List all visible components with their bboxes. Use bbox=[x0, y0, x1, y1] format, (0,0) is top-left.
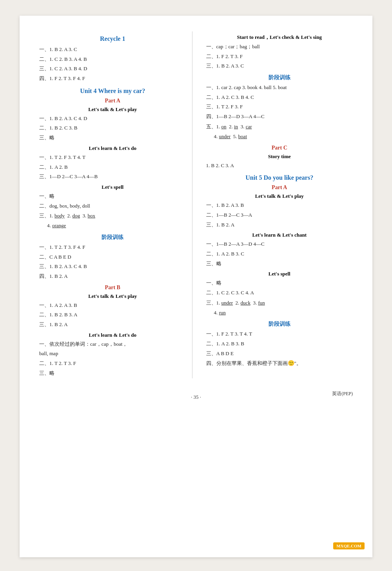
unit4-spell-item4: 4. orange bbox=[47, 221, 186, 231]
unit4-pA-s2-l3: 三、1—D 2—C 3—A 4—B bbox=[39, 172, 186, 182]
spell-word-box: box bbox=[88, 213, 96, 219]
u5-spell-fun: fun bbox=[258, 300, 265, 306]
unit4-pA-s3-l1: 一、略 bbox=[39, 192, 186, 201]
unit4-pB-s1-l3: 三、1. B 2. A bbox=[39, 320, 186, 330]
unit5-partA-sub3: Let's spell bbox=[206, 271, 353, 277]
recycle1-title: Recycle 1 bbox=[39, 35, 186, 42]
unit5-stage-l1: 一、1. F 2. T 3. T 4. T bbox=[206, 329, 353, 339]
unit4-stage-l4: 四、1. B 2. A bbox=[39, 272, 186, 281]
footer-label: 英语(PEP) bbox=[332, 390, 353, 397]
recycle1-line2: 二、1. C 2. B 3. A 4. B bbox=[39, 55, 186, 64]
unit4-pA-s1-l2: 二、1. B 2. C 3. B bbox=[39, 123, 186, 133]
page-number: · 35 · bbox=[39, 394, 353, 400]
stage1-wu: 五、1. on 2. in 3. car bbox=[206, 122, 353, 132]
start-read-section: Start to read，Let's check & Let's sing 一… bbox=[206, 34, 353, 71]
two-column-layout: Recycle 1 一、1. B 2. A 3. C 二、1. C 2. B 3… bbox=[39, 31, 353, 378]
spell-word-orange: orange bbox=[52, 223, 66, 228]
partC-label: Part C bbox=[206, 145, 353, 151]
unit4-title: Unit 4 Where is my car? bbox=[39, 88, 186, 95]
unit5-pA-s3-l2: 二、1. C 2. C 3. C 4. A bbox=[206, 288, 353, 298]
page: Recycle 1 一、1. B 2. A 3. C 二、1. C 2. B 3… bbox=[20, 16, 372, 557]
partC-l1: 1. B 2. C 3. A bbox=[206, 161, 353, 171]
unit5-pA-s1-l1: 一、1. B 2. A 3. B bbox=[206, 201, 353, 210]
unit5-pA-s1-l3: 三、1. B 2. A bbox=[206, 220, 353, 230]
watermark-text: MXQE.COM bbox=[336, 544, 361, 548]
unit4-pA-s3-l2: 二、dog, box, body, doll bbox=[39, 201, 186, 211]
wu-word-boat: boat bbox=[238, 133, 247, 139]
unit4-pB-s1-l2: 二、1. B 2. B 3. A bbox=[39, 310, 186, 320]
spell-word-body: body bbox=[54, 213, 65, 219]
wu-word-under: under bbox=[219, 133, 231, 139]
unit4-section: Unit 4 Where is my car? Part A Let's tal… bbox=[39, 88, 186, 378]
recycle1-line3: 三、1. C 2. A 3. B 4. D bbox=[39, 64, 186, 74]
unit4-partA-sub3: Let's spell bbox=[39, 184, 186, 190]
unit5-stage-l2: 二、1. A 2. B 3. B bbox=[206, 339, 353, 349]
unit5-partA-label: Part A bbox=[206, 184, 353, 191]
unit4-stage-label: 阶段训练 bbox=[39, 234, 186, 241]
stage1-l4: 四、1—B 2—D 3—A 4—C bbox=[206, 112, 353, 122]
unit5-partA-sub1: Let's talk & Let's play bbox=[206, 193, 353, 199]
stage1-section: 阶段训练 一、1. car 2. cap 3. book 4. ball 5. … bbox=[206, 74, 353, 141]
unit4-partA-sub1: Let's talk & Let's play bbox=[39, 106, 186, 113]
unit4-pB-s1-l1: 一、1. A 2. A 3. B bbox=[39, 301, 186, 310]
wu-word-on: on bbox=[221, 124, 227, 130]
unit4-stage-l1: 一、1. T 2. T 3. F 4. F bbox=[39, 243, 186, 252]
stage1-l3: 三、1. T 2. F 3. F bbox=[206, 102, 353, 112]
unit4-pB-s2-l4: 三、略 bbox=[39, 369, 186, 378]
stage1-wu2: 4. under 5. boat bbox=[214, 132, 353, 142]
unit5-stage-label: 阶段训练 bbox=[206, 321, 353, 328]
unit4-spell-items: 三、1. body 2. dog 3. box bbox=[39, 211, 186, 221]
unit4-partB-sub2: Let's learn & Let's do bbox=[39, 332, 186, 338]
unit5-pA-s3-l1: 一、略 bbox=[206, 278, 353, 288]
unit4-stage-l2: 二、C A B E D bbox=[39, 252, 186, 262]
wu-word-in: in bbox=[234, 124, 238, 130]
unit5-stage-l4: 四、分别在苹果、香蕉和橙子下面画🙂"。 bbox=[206, 358, 353, 369]
spell-word-dog: dog bbox=[73, 213, 80, 219]
start-read-l3: 三、1. B 2. A 3. C bbox=[206, 61, 353, 71]
unit5-title: Unit 5 Do you like pears? bbox=[206, 174, 353, 181]
u5-spell-under: under bbox=[221, 300, 233, 306]
recycle1-section: Recycle 1 一、1. B 2. A 3. C 二、1. C 2. B 3… bbox=[39, 35, 186, 84]
wu-word-car: car bbox=[246, 124, 252, 130]
start-read-l1: 一、cap；car；bag；ball bbox=[206, 42, 353, 52]
unit4-pA-s2-l2: 二、1. A 2. B bbox=[39, 162, 186, 172]
unit4-pA-s2-l1: 一、1. T 2. F 3. T 4. T bbox=[39, 153, 186, 162]
unit4-pA-s1-l1: 一、1. B 2. A 3. C 4. D bbox=[39, 114, 186, 124]
unit4-partA-label: Part A bbox=[39, 98, 186, 104]
unit4-pB-s2-l2: ball, map bbox=[39, 349, 186, 359]
partC-sub1: Story time bbox=[206, 153, 353, 160]
left-column: Recycle 1 一、1. B 2. A 3. C 二、1. C 2. B 3… bbox=[39, 31, 192, 378]
unit5-pA-s1-l2: 二、1—B 2—C 3—A bbox=[206, 210, 353, 220]
u5-spell-duck: duck bbox=[241, 300, 250, 306]
watermark: MXQE.COM bbox=[333, 542, 365, 549]
unit5-pA-s2-l3: 三、略 bbox=[206, 259, 353, 269]
recycle1-line1: 一、1. B 2. A 3. C bbox=[39, 45, 186, 55]
unit5-section: Unit 5 Do you like pears? Part A Let's t… bbox=[206, 174, 353, 369]
unit4-partB-sub1: Let's talk & Let's play bbox=[39, 293, 186, 299]
recycle1-line4: 四、1. F 2. T 3. F 4. F bbox=[39, 74, 186, 84]
start-read-l2: 二、1. F 2. T 3. F bbox=[206, 52, 353, 62]
unit5-pA-s2-l1: 一、1—B 2—A 3—D 4—C bbox=[206, 239, 353, 249]
stage1-l1: 一、1. car 2. cap 3. book 4. ball 5. boat bbox=[206, 83, 353, 93]
start-read-title: Start to read，Let's check & Let's sing bbox=[206, 34, 353, 41]
unit4-pB-s2-l1: 一、依次经过的单词：car，cap，boat， bbox=[39, 339, 186, 349]
unit4-pA-s1-l3: 三、略 bbox=[39, 133, 186, 143]
u5-spell-run: run bbox=[219, 310, 226, 316]
unit4-stage-l3: 三、1. B 2. A 3. C 4. B bbox=[39, 262, 186, 272]
unit5-pA-s2-l2: 二、1. A 2. B 3. C bbox=[206, 249, 353, 259]
stage1-label: 阶段训练 bbox=[206, 74, 353, 81]
unit4-partB-label: Part B bbox=[39, 285, 186, 291]
smile-emoji: 🙂 bbox=[288, 358, 294, 369]
unit5-spell-item4: 4. run bbox=[214, 308, 353, 318]
partC-section: Part C Story time 1. B 2. C 3. A bbox=[206, 145, 353, 171]
unit5-spell-items: 三、1. under 2. duck 3. fun bbox=[206, 298, 353, 308]
stage1-l2: 二、1. A 2. C 3. B 4. C bbox=[206, 93, 353, 102]
unit4-partA-sub2: Let's learn & Let's do bbox=[39, 145, 186, 151]
unit5-partA-sub2: Let's learn & Let's chant bbox=[206, 232, 353, 238]
unit4-pB-s2-l3: 二、1. T 2. T 3. F bbox=[39, 359, 186, 369]
unit5-stage-l3: 三、A B D E bbox=[206, 349, 353, 359]
right-column: Start to read，Let's check & Let's sing 一… bbox=[204, 31, 353, 378]
